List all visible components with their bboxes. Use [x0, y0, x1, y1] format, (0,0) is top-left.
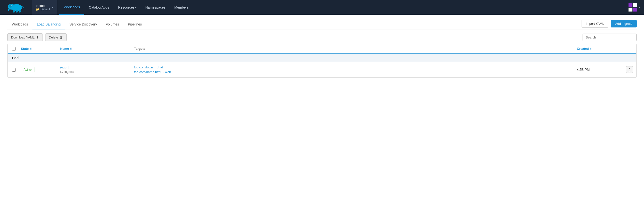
nav-item-resources-chevron-icon: ▾ [135, 6, 136, 9]
state-sort-icon: ⇅ [30, 47, 32, 50]
tab-volumes[interactable]: Volumes [101, 20, 124, 29]
svg-point-2 [9, 4, 12, 7]
group-row-pod: Pod [8, 54, 636, 62]
nav-item-resources-label: Resources [118, 5, 135, 9]
table-header: State ⇅ Name ⇅ Targets Created ⇅ [8, 44, 636, 54]
content: Workloads Load Balancing Service Discove… [0, 15, 644, 78]
tab-load-balancing[interactable]: Load Balancing [32, 20, 65, 29]
target-dest-2[interactable]: web [165, 70, 171, 74]
table-row: Active web-lb L7 Ingress foo.com/login ›… [8, 62, 636, 78]
select-all-checkbox[interactable] [12, 47, 16, 50]
nav-brand[interactable]: testdo 📁 Default ▾ [32, 0, 57, 15]
td-name: web-lb L7 Ingress [58, 62, 132, 77]
tab-pipelines[interactable]: Pipelines [124, 20, 146, 29]
header-checkbox-cell[interactable] [10, 44, 19, 53]
logo-icon [7, 2, 24, 12]
svg-point-4 [12, 6, 12, 6]
status-badge: Active [21, 67, 34, 72]
nav-item-workloads[interactable]: Workloads [59, 0, 84, 15]
table: State ⇅ Name ⇅ Targets Created ⇅ Pod [7, 44, 637, 78]
row-checkbox-cell[interactable] [10, 65, 19, 75]
nav-item-members[interactable]: Members [170, 0, 193, 15]
svg-rect-7 [19, 10, 21, 12]
user-avatar[interactable] [628, 3, 637, 12]
nav-right: ▾ [628, 3, 644, 12]
download-yaml-label: Download YAML [11, 36, 35, 39]
th-state[interactable]: State ⇅ [19, 44, 58, 53]
avatar-cell-tl [628, 3, 632, 7]
svg-rect-6 [16, 10, 18, 12]
trash-icon: 🗑 [60, 35, 63, 39]
avatar-cell-bl [628, 7, 632, 11]
toolbar: Download YAML ⬇ Delete 🗑 [7, 29, 637, 44]
tab-workloads[interactable]: Workloads [7, 20, 32, 29]
download-icon: ⬇ [36, 35, 39, 39]
brand-subtitle: 📁 Default [36, 7, 50, 11]
avatar-chevron-icon: ▾ [639, 6, 640, 9]
target-arrow-icon-2: › [163, 70, 164, 74]
target-source-2[interactable]: foo.com/name.html [134, 70, 161, 74]
th-targets: Targets [132, 44, 575, 53]
row-name-link[interactable]: web-lb [60, 66, 130, 70]
tab-service-discovery[interactable]: Service Discovery [65, 20, 101, 29]
avatar-cell-br [633, 7, 637, 11]
top-nav: testdo 📁 Default ▾ Workloads Catalog App… [0, 0, 644, 15]
row-actions-button[interactable]: ⋮ [626, 66, 633, 73]
add-ingress-button[interactable]: Add Ingress [611, 20, 637, 27]
th-name[interactable]: Name ⇅ [58, 44, 132, 53]
sub-tab-actions: Import YAML Add Ingress [582, 20, 637, 29]
nav-item-catalog-apps[interactable]: Catalog Apps [84, 0, 114, 15]
avatar-cell-tr [633, 3, 637, 7]
sub-tabs: Workloads Load Balancing Service Discove… [7, 15, 637, 29]
download-yaml-button[interactable]: Download YAML ⬇ [7, 33, 43, 41]
th-created[interactable]: Created ⇅ [575, 44, 624, 53]
delete-button[interactable]: Delete 🗑 [45, 33, 67, 41]
svg-rect-5 [13, 10, 15, 12]
td-created: 4:53 PM [575, 64, 624, 75]
td-targets: foo.com/login › chat foo.com/name.html ›… [132, 62, 575, 77]
td-actions: ⋮ [624, 63, 634, 77]
import-yaml-button[interactable]: Import YAML [582, 20, 608, 28]
nav-item-namespaces[interactable]: Namespaces [141, 0, 170, 15]
search-input[interactable] [582, 34, 637, 41]
row-checkbox[interactable] [12, 68, 16, 72]
row-name-sub: L7 Ingress [60, 70, 130, 74]
delete-label: Delete [49, 36, 58, 39]
target-dest-1[interactable]: chat [157, 65, 163, 69]
target-arrow-icon-1: › [154, 66, 155, 69]
nav-items: Workloads Catalog Apps Resources ▾ Names… [57, 0, 628, 15]
brand-title: testdo [36, 4, 50, 7]
td-state: Active [19, 64, 58, 76]
nav-item-resources[interactable]: Resources ▾ [114, 0, 141, 15]
target-line-1: foo.com/login › chat [134, 65, 573, 69]
brand-chevron-icon: ▾ [52, 6, 53, 9]
target-source-1[interactable]: foo.com/login [134, 65, 153, 69]
name-sort-icon: ⇅ [70, 47, 72, 50]
target-line-2: foo.com/name.html › web [134, 70, 573, 74]
created-sort-icon: ⇅ [590, 47, 592, 50]
logo-area [0, 0, 32, 15]
